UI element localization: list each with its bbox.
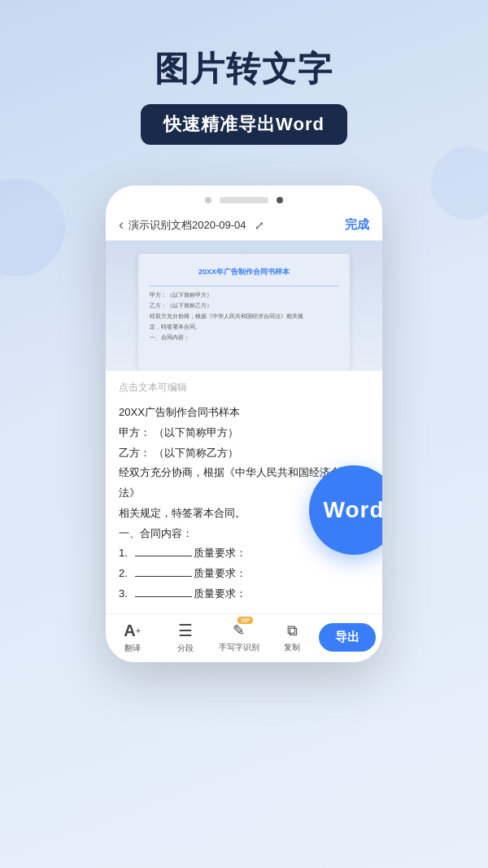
copy-icon-wrapper: ⧉: [287, 622, 298, 639]
editable-hint: 点击文本可编辑: [119, 381, 369, 395]
tool-copy[interactable]: ⧉ 复制: [266, 622, 320, 653]
translate-label: 翻译: [124, 643, 141, 654]
copy-icon: ⧉: [287, 622, 298, 639]
back-arrow-icon[interactable]: ‹: [119, 216, 124, 233]
header: 图片转文字 快速精准导出Word: [0, 0, 488, 161]
doc-sheet: 20XX年广告制作合同书样本 甲方：（以下简称甲方） 乙方：（以下简称乙方） 经…: [138, 254, 350, 371]
toolbar: A+ 翻译 ☰ 分段 ✎ VIP 手写字识别 ⧉: [106, 613, 382, 662]
translate-icon: A: [124, 622, 135, 640]
doc-preview: 20XX年广告制作合同书样本 甲方：（以下简称甲方） 乙方：（以下简称乙方） 经…: [106, 241, 382, 371]
word-badge-text: Word: [323, 497, 382, 523]
phone-wrapper: ‹ 演示识别文档2020-09-04 ⤢ 完成 20XX年广告制作合同书样本 甲…: [0, 185, 488, 662]
tool-segment[interactable]: ☰ 分段: [159, 621, 213, 654]
doc-line-4: 定，特签署本合同。: [150, 323, 338, 331]
content-line-9[interactable]: 3. 质量要求：: [119, 584, 369, 604]
content-line-1[interactable]: 20XX广告制作合同书样本: [119, 403, 369, 423]
content-line-3[interactable]: 乙方： （以下简称乙方）: [119, 443, 369, 464]
nav-left: ‹ 演示识别文档2020-09-04 ⤢: [119, 216, 264, 233]
phone-mockup: ‹ 演示识别文档2020-09-04 ⤢ 完成 20XX年广告制作合同书样本 甲…: [106, 185, 382, 662]
doc-line-2: 乙方：（以下简称乙方）: [150, 302, 338, 310]
handwrite-label: 手写字识别: [219, 642, 259, 653]
export-button[interactable]: 导出: [319, 623, 376, 652]
export-icon[interactable]: ⤢: [255, 219, 264, 232]
doc-line-5: 一、合同内容：: [150, 334, 338, 342]
segment-icon: ☰: [178, 621, 193, 640]
translate-icon-wrapper: A+: [124, 622, 141, 640]
sub-title-box: 快速精准导出Word: [141, 104, 347, 145]
phone-dot-right: [277, 197, 283, 203]
vip-badge: VIP: [237, 617, 253, 624]
content-line-2[interactable]: 甲方： （以下简称甲方）: [119, 423, 369, 443]
tool-translate[interactable]: A+ 翻译: [106, 622, 159, 654]
phone-dot-left: [205, 197, 211, 203]
phone-nav: ‹ 演示识别文档2020-09-04 ⤢ 完成: [106, 210, 382, 241]
doc-divider: [150, 286, 338, 286]
main-title: 图片转文字: [0, 49, 488, 89]
handwrite-icon-wrapper: ✎ VIP: [233, 622, 245, 639]
tool-handwrite[interactable]: ✎ VIP 手写字识别: [212, 622, 266, 653]
done-button[interactable]: 完成: [345, 217, 369, 233]
content-line-8[interactable]: 2. 质量要求：: [119, 564, 369, 584]
segment-label: 分段: [177, 643, 194, 654]
doc-line-3: 经双方充分协商，根据《中华人民共和国经济合同法》相关规: [150, 312, 338, 321]
handwrite-icon: ✎: [233, 622, 245, 639]
doc-line-1: 甲方：（以下简称甲方）: [150, 291, 338, 299]
nav-title: 演示识别文档2020-09-04: [129, 218, 246, 233]
segment-icon-wrapper: ☰: [178, 621, 193, 640]
doc-heading: 20XX年广告制作合同书样本: [150, 267, 338, 277]
copy-label: 复制: [284, 642, 300, 653]
phone-speaker: [220, 197, 268, 203]
sub-title: 快速精准导出Word: [163, 114, 325, 134]
phone-top-bar: [106, 185, 382, 210]
translate-icon-plus: +: [136, 626, 141, 635]
